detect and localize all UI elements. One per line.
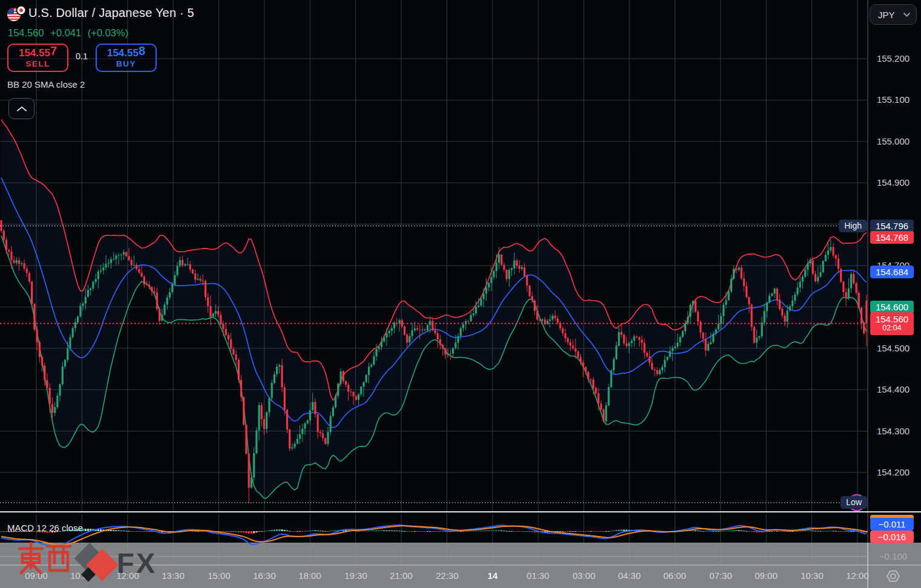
last-price: 154.560 (8, 27, 44, 38)
chevron-up-icon (16, 105, 28, 113)
current-price-badge: 154.56002:04 (870, 312, 914, 335)
low-edge-label: Low (841, 496, 867, 509)
macd-indicator-label[interactable]: MACD 12 26 close (7, 523, 83, 533)
sell-button[interactable]: 154.557 SELL (7, 44, 68, 72)
collapse-panel-button[interactable] (8, 98, 34, 119)
time-axis-label: 22:30 (429, 570, 465, 581)
time-axis-label: 15:00 (201, 570, 237, 581)
sell-label: SELL (25, 59, 50, 68)
chevron-down-icon (903, 13, 910, 17)
symbol-title[interactable]: U.S. Dollar / Japanese Yen · 5 (28, 6, 194, 20)
time-axis-label: 21:00 (383, 570, 419, 581)
symbol-flags (7, 5, 27, 22)
time-axis-label: 16:30 (246, 570, 283, 581)
gear-icon (884, 568, 902, 585)
time-axis-label: 12:00 (110, 570, 146, 581)
price-axis-tick: 154.400 (869, 384, 917, 394)
spread-value: 0.1 (68, 51, 96, 61)
price-level-badge: 154.600 (870, 301, 914, 313)
currency-selector[interactable]: JPY (870, 4, 917, 25)
high-edge-label: High (839, 220, 867, 232)
price-axis-tick: 154.200 (869, 467, 917, 477)
macd-axis-tick: −0.100 (869, 551, 917, 561)
time-axis-label: 18:00 (292, 570, 328, 581)
last-price-row: 154.560 +0.041 (+0.03%) (8, 27, 132, 39)
price-change-pct: (+0.03%) (88, 27, 128, 38)
price-change: +0.041 (50, 27, 81, 38)
time-axis-label: 19:30 (338, 570, 374, 581)
bollinger-indicator-label[interactable]: BB 20 SMA close 2 (7, 79, 85, 90)
price-level-badge: 154.796 (870, 220, 914, 232)
price-axis-tick: 154.500 (869, 343, 917, 353)
price-axis-tick: 154.900 (869, 177, 917, 188)
macd-value-badge: −0.016 (870, 531, 914, 543)
time-axis-label: 03:00 (566, 570, 602, 581)
trading-app: U.S. Dollar / Japanese Yen · 5 154.560 +… (0, 0, 921, 588)
time-axis-label: 07:30 (703, 570, 739, 581)
price-level-badge: 154.684 (870, 266, 914, 278)
time-axis-label: 10:30 (64, 570, 100, 581)
time-axis-label: 06:00 (657, 570, 693, 581)
buy-button[interactable]: 154.558 BUY (96, 44, 157, 72)
bar-countdown: 02:04 (870, 324, 914, 332)
time-axis-label: 09:00 (18, 570, 54, 581)
price-axis-tick: 154.300 (869, 426, 917, 436)
time-axis-label: 12:00 (839, 570, 876, 581)
currency-value: JPY (878, 10, 895, 20)
price-axis-tick: 155.200 (869, 53, 917, 64)
timezone-settings-button[interactable] (884, 568, 902, 585)
price-level-badge: 154.768 (870, 231, 914, 244)
buy-price: 154.55 (107, 47, 139, 59)
sell-pip: 7 (50, 44, 57, 57)
time-axis-label: 09:00 (748, 570, 784, 581)
sell-price: 154.55 (19, 47, 50, 59)
time-axis-label: 13:30 (155, 570, 191, 581)
price-axis-tick: 155.100 (869, 94, 917, 105)
macd-value-badge: −0.011 (870, 518, 914, 531)
buy-pip: 8 (139, 44, 145, 57)
buy-label: BUY (116, 59, 136, 68)
price-axis-tick: 155.000 (869, 136, 917, 146)
macd-pane-canvas[interactable] (0, 0, 921, 588)
time-axis-label: 04:30 (611, 570, 647, 581)
time-axis-label: 10:30 (794, 570, 830, 581)
time-axis-label: 01:30 (520, 570, 556, 581)
time-axis-label: 14 (474, 570, 511, 581)
